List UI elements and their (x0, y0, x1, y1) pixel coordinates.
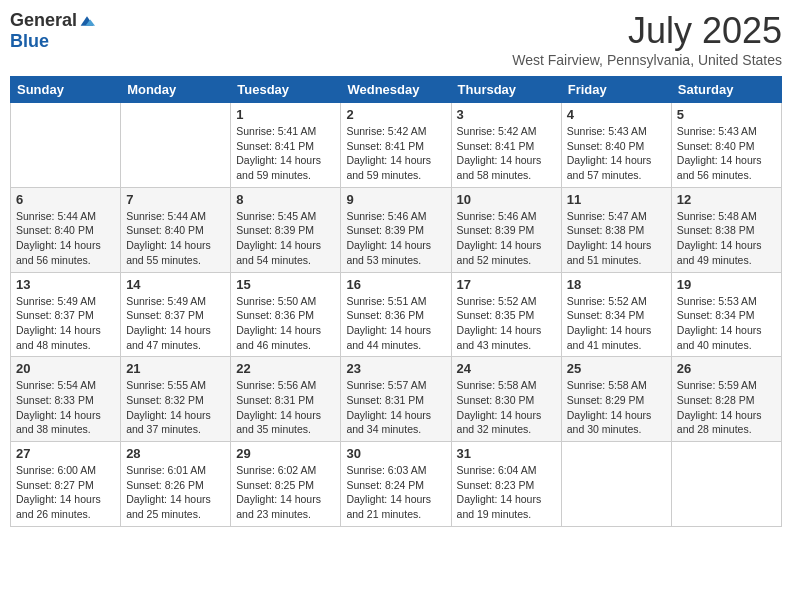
day-number: 24 (457, 361, 556, 376)
calendar-cell: 11Sunrise: 5:47 AM Sunset: 8:38 PM Dayli… (561, 187, 671, 272)
calendar-week-row: 27Sunrise: 6:00 AM Sunset: 8:27 PM Dayli… (11, 442, 782, 527)
calendar-cell: 20Sunrise: 5:54 AM Sunset: 8:33 PM Dayli… (11, 357, 121, 442)
location-text: West Fairview, Pennsylvania, United Stat… (512, 52, 782, 68)
day-number: 20 (16, 361, 115, 376)
day-number: 25 (567, 361, 666, 376)
weekday-header-saturday: Saturday (671, 77, 781, 103)
weekday-header-tuesday: Tuesday (231, 77, 341, 103)
day-info: Sunrise: 5:56 AM Sunset: 8:31 PM Dayligh… (236, 378, 335, 437)
calendar-cell: 8Sunrise: 5:45 AM Sunset: 8:39 PM Daylig… (231, 187, 341, 272)
logo-general-text: General (10, 10, 77, 31)
day-info: Sunrise: 5:47 AM Sunset: 8:38 PM Dayligh… (567, 209, 666, 268)
calendar-cell: 7Sunrise: 5:44 AM Sunset: 8:40 PM Daylig… (121, 187, 231, 272)
day-info: Sunrise: 5:46 AM Sunset: 8:39 PM Dayligh… (346, 209, 445, 268)
day-number: 15 (236, 277, 335, 292)
day-number: 21 (126, 361, 225, 376)
day-number: 4 (567, 107, 666, 122)
calendar-cell: 29Sunrise: 6:02 AM Sunset: 8:25 PM Dayli… (231, 442, 341, 527)
calendar-cell (561, 442, 671, 527)
calendar-week-row: 20Sunrise: 5:54 AM Sunset: 8:33 PM Dayli… (11, 357, 782, 442)
calendar-cell: 2Sunrise: 5:42 AM Sunset: 8:41 PM Daylig… (341, 103, 451, 188)
day-info: Sunrise: 5:46 AM Sunset: 8:39 PM Dayligh… (457, 209, 556, 268)
day-number: 1 (236, 107, 335, 122)
day-info: Sunrise: 6:04 AM Sunset: 8:23 PM Dayligh… (457, 463, 556, 522)
day-number: 8 (236, 192, 335, 207)
day-info: Sunrise: 5:59 AM Sunset: 8:28 PM Dayligh… (677, 378, 776, 437)
day-number: 26 (677, 361, 776, 376)
calendar-cell: 27Sunrise: 6:00 AM Sunset: 8:27 PM Dayli… (11, 442, 121, 527)
day-number: 5 (677, 107, 776, 122)
calendar-cell: 23Sunrise: 5:57 AM Sunset: 8:31 PM Dayli… (341, 357, 451, 442)
calendar-week-row: 6Sunrise: 5:44 AM Sunset: 8:40 PM Daylig… (11, 187, 782, 272)
title-section: July 2025 West Fairview, Pennsylvania, U… (512, 10, 782, 68)
day-number: 7 (126, 192, 225, 207)
weekday-header-sunday: Sunday (11, 77, 121, 103)
day-number: 10 (457, 192, 556, 207)
calendar-cell (121, 103, 231, 188)
calendar-week-row: 1Sunrise: 5:41 AM Sunset: 8:41 PM Daylig… (11, 103, 782, 188)
day-number: 13 (16, 277, 115, 292)
day-info: Sunrise: 5:42 AM Sunset: 8:41 PM Dayligh… (346, 124, 445, 183)
calendar-cell: 22Sunrise: 5:56 AM Sunset: 8:31 PM Dayli… (231, 357, 341, 442)
calendar-cell: 26Sunrise: 5:59 AM Sunset: 8:28 PM Dayli… (671, 357, 781, 442)
calendar-cell: 31Sunrise: 6:04 AM Sunset: 8:23 PM Dayli… (451, 442, 561, 527)
calendar-cell: 10Sunrise: 5:46 AM Sunset: 8:39 PM Dayli… (451, 187, 561, 272)
calendar-cell: 19Sunrise: 5:53 AM Sunset: 8:34 PM Dayli… (671, 272, 781, 357)
day-info: Sunrise: 5:58 AM Sunset: 8:30 PM Dayligh… (457, 378, 556, 437)
calendar-cell (11, 103, 121, 188)
day-info: Sunrise: 5:43 AM Sunset: 8:40 PM Dayligh… (567, 124, 666, 183)
day-number: 11 (567, 192, 666, 207)
day-info: Sunrise: 5:44 AM Sunset: 8:40 PM Dayligh… (16, 209, 115, 268)
day-info: Sunrise: 5:55 AM Sunset: 8:32 PM Dayligh… (126, 378, 225, 437)
day-info: Sunrise: 6:00 AM Sunset: 8:27 PM Dayligh… (16, 463, 115, 522)
day-info: Sunrise: 5:54 AM Sunset: 8:33 PM Dayligh… (16, 378, 115, 437)
day-number: 29 (236, 446, 335, 461)
day-number: 2 (346, 107, 445, 122)
weekday-header-friday: Friday (561, 77, 671, 103)
day-number: 31 (457, 446, 556, 461)
calendar-cell: 4Sunrise: 5:43 AM Sunset: 8:40 PM Daylig… (561, 103, 671, 188)
logo: General Blue (10, 10, 95, 52)
day-info: Sunrise: 5:58 AM Sunset: 8:29 PM Dayligh… (567, 378, 666, 437)
calendar-cell: 6Sunrise: 5:44 AM Sunset: 8:40 PM Daylig… (11, 187, 121, 272)
calendar-cell: 25Sunrise: 5:58 AM Sunset: 8:29 PM Dayli… (561, 357, 671, 442)
day-number: 30 (346, 446, 445, 461)
day-number: 12 (677, 192, 776, 207)
day-info: Sunrise: 5:51 AM Sunset: 8:36 PM Dayligh… (346, 294, 445, 353)
weekday-header-thursday: Thursday (451, 77, 561, 103)
calendar-week-row: 13Sunrise: 5:49 AM Sunset: 8:37 PM Dayli… (11, 272, 782, 357)
calendar-cell: 18Sunrise: 5:52 AM Sunset: 8:34 PM Dayli… (561, 272, 671, 357)
day-info: Sunrise: 5:50 AM Sunset: 8:36 PM Dayligh… (236, 294, 335, 353)
calendar-cell: 17Sunrise: 5:52 AM Sunset: 8:35 PM Dayli… (451, 272, 561, 357)
day-number: 9 (346, 192, 445, 207)
day-number: 16 (346, 277, 445, 292)
day-number: 18 (567, 277, 666, 292)
day-info: Sunrise: 5:43 AM Sunset: 8:40 PM Dayligh… (677, 124, 776, 183)
day-info: Sunrise: 5:52 AM Sunset: 8:34 PM Dayligh… (567, 294, 666, 353)
calendar-cell: 1Sunrise: 5:41 AM Sunset: 8:41 PM Daylig… (231, 103, 341, 188)
day-info: Sunrise: 5:53 AM Sunset: 8:34 PM Dayligh… (677, 294, 776, 353)
calendar-cell: 14Sunrise: 5:49 AM Sunset: 8:37 PM Dayli… (121, 272, 231, 357)
day-info: Sunrise: 5:48 AM Sunset: 8:38 PM Dayligh… (677, 209, 776, 268)
logo-blue-text: Blue (10, 31, 49, 52)
calendar-cell: 30Sunrise: 6:03 AM Sunset: 8:24 PM Dayli… (341, 442, 451, 527)
weekday-header-row: SundayMondayTuesdayWednesdayThursdayFrid… (11, 77, 782, 103)
calendar-cell: 5Sunrise: 5:43 AM Sunset: 8:40 PM Daylig… (671, 103, 781, 188)
day-number: 28 (126, 446, 225, 461)
day-info: Sunrise: 5:45 AM Sunset: 8:39 PM Dayligh… (236, 209, 335, 268)
calendar-cell: 9Sunrise: 5:46 AM Sunset: 8:39 PM Daylig… (341, 187, 451, 272)
day-info: Sunrise: 5:42 AM Sunset: 8:41 PM Dayligh… (457, 124, 556, 183)
day-number: 14 (126, 277, 225, 292)
calendar-cell: 15Sunrise: 5:50 AM Sunset: 8:36 PM Dayli… (231, 272, 341, 357)
calendar-cell: 3Sunrise: 5:42 AM Sunset: 8:41 PM Daylig… (451, 103, 561, 188)
calendar-cell (671, 442, 781, 527)
day-number: 17 (457, 277, 556, 292)
day-info: Sunrise: 5:41 AM Sunset: 8:41 PM Dayligh… (236, 124, 335, 183)
day-info: Sunrise: 5:49 AM Sunset: 8:37 PM Dayligh… (126, 294, 225, 353)
weekday-header-monday: Monday (121, 77, 231, 103)
month-title: July 2025 (512, 10, 782, 52)
day-info: Sunrise: 6:03 AM Sunset: 8:24 PM Dayligh… (346, 463, 445, 522)
day-number: 22 (236, 361, 335, 376)
day-info: Sunrise: 5:57 AM Sunset: 8:31 PM Dayligh… (346, 378, 445, 437)
day-info: Sunrise: 5:49 AM Sunset: 8:37 PM Dayligh… (16, 294, 115, 353)
